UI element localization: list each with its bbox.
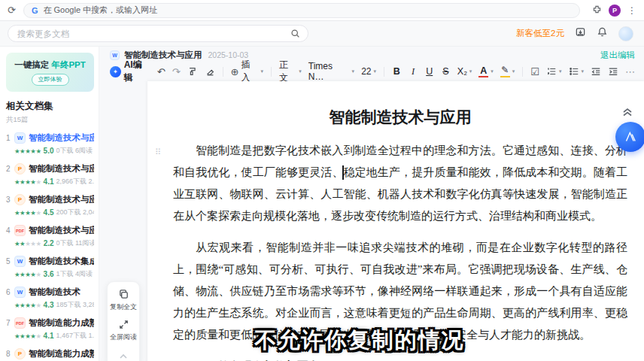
fullscreen-read-button[interactable]: 全屏阅读: [110, 319, 137, 342]
user-avatar[interactable]: [618, 26, 633, 41]
ai-assistant-button[interactable]: [615, 122, 644, 152]
banner-try-button[interactable]: 立即体验: [32, 74, 69, 86]
fullscreen-read-label: 全屏阅读: [110, 332, 137, 342]
copy-all-button[interactable]: 复制全文: [110, 289, 137, 312]
font-family-value: Times N…: [308, 61, 350, 82]
chevron-down-icon: ▾: [559, 68, 562, 74]
section-heading[interactable]: 一、核心观念与构架要点: [173, 356, 627, 361]
chevron-down-icon: ▾: [260, 68, 263, 74]
collapse-up-icon[interactable]: [621, 107, 633, 120]
ppt-doc-icon: P: [14, 163, 26, 174]
browser-profile-avatar[interactable]: P: [609, 5, 621, 17]
paragraph-style-value: 正文: [279, 59, 296, 84]
chevron-down-icon: ▾: [512, 68, 515, 74]
ai-edit-label: AI编辑: [124, 59, 150, 84]
browser-menu-icon[interactable]: ⋮: [627, 5, 636, 16]
undo-icon[interactable]: ↶: [157, 67, 166, 77]
doc-stats: 185下载 3,284阅读: [56, 300, 94, 310]
list-item[interactable]: 6 W 智能制造技术 ★★★★★ 4.3 185下载 3,284阅读: [6, 287, 94, 310]
item-index: 2: [6, 165, 11, 173]
related-docs-count: 共15篇: [6, 115, 94, 125]
doc-header: W 智能制造技术与应用 2025-10-03 退出编辑: [99, 47, 644, 62]
redo-icon[interactable]: ↷: [172, 67, 181, 77]
highlighter-icon: ✎: [500, 65, 510, 77]
exit-edit-button[interactable]: 退出编辑: [600, 50, 635, 61]
doc-title-link[interactable]: 智能制造能力成熟度…: [29, 348, 94, 359]
font-size-select[interactable]: 22 ▾: [361, 66, 376, 77]
downloads-icon[interactable]: [575, 26, 586, 41]
list-item[interactable]: 4 PDF 智能制造技术与应用 ★★★★★ 2.2 0下载 11阅读: [6, 225, 94, 248]
star-rating: ★★★★★: [14, 209, 41, 217]
search-input[interactable]: [17, 29, 285, 38]
doc-title-link[interactable]: 智能制造技术: [29, 287, 80, 298]
promo-link[interactable]: 新客低至2元: [516, 28, 564, 39]
bell-icon[interactable]: [597, 26, 608, 41]
rating-value: 4.5: [44, 208, 54, 217]
promo-banner[interactable]: 一键搞定 年终PPT 立即体验: [6, 53, 94, 92]
doc-title-link[interactable]: 智能制造技术与应用: [29, 194, 94, 205]
divider: [384, 67, 384, 77]
document-page[interactable]: ⠿ 智能制造技术与应用 智能制造是把数字化技术嵌入到制造全过程中的理念和方法。它…: [147, 81, 644, 361]
list-item[interactable]: 7 PDF 智能制造能力成熟度… ★★★★★ 4.1 1,467下载 1.29W…: [6, 317, 94, 341]
doc-stats: 1下载 4阅读: [56, 269, 93, 279]
doc-title-link[interactable]: 智能制造能力成熟度…: [29, 317, 94, 329]
doc-title-link[interactable]: 智能制造技术与应用: [29, 132, 94, 144]
paragraph[interactable]: 智能制造是把数字化技术嵌入到制造全过程中的理念和方法。它通过感知、连接、分析和自…: [173, 140, 627, 227]
ordered-list-menu[interactable]: ▾: [546, 66, 562, 77]
item-index: 6: [6, 288, 11, 296]
clear-format-icon[interactable]: [205, 66, 215, 77]
insert-menu[interactable]: ⊕ 插入 ▾: [231, 59, 263, 84]
task-list-icon[interactable]: ☑: [530, 67, 539, 77]
subscript-menu[interactable]: X₂ ▾: [457, 66, 472, 77]
list-item[interactable]: 3 P 智能制造技术与应用 ★★★★★ 4.5 200下载 2,045阅读: [6, 194, 94, 217]
chevron-down-icon: ▾: [299, 68, 302, 74]
collapse-panel-icon[interactable]: [119, 349, 128, 361]
list-item[interactable]: 2 P 智能制造技术与应用 ★★★★★ 4.1 2,966下载 2.03W阅读: [6, 163, 94, 187]
copy-icon: [118, 289, 129, 300]
list-item[interactable]: 8 P 智能制造能力成熟度… ★★★★★ 4.4 179下载 1,394阅读: [6, 348, 94, 361]
list-item[interactable]: 1 W 智能制造技术与应用 ★★★★★ 5.0 0下载 6阅读: [6, 132, 94, 156]
subscript-label: X₂: [457, 66, 467, 77]
ai-edit-button[interactable]: ✦ AI编辑: [110, 59, 150, 84]
reload-icon[interactable]: ⟳: [8, 5, 16, 15]
more-options-icon[interactable]: ⋯: [625, 67, 635, 77]
bullet-list-menu[interactable]: ▾: [569, 66, 585, 77]
chevron-down-icon: ▾: [491, 68, 494, 74]
item-index: 5: [6, 257, 11, 265]
related-docs-title: 相关文档集: [6, 100, 94, 113]
doc-title-link[interactable]: 智能制造技术与应用: [29, 163, 94, 174]
doc-stats: 0下载 6阅读: [56, 146, 93, 156]
bold-button[interactable]: B: [392, 66, 402, 77]
document-title: 智能制造技术与应用: [173, 107, 627, 128]
outdent-icon[interactable]: [591, 66, 601, 77]
address-bar[interactable]: G 在 Google 中搜索，或输入网址: [23, 3, 580, 18]
paragraph-style-select[interactable]: 正文 ▾: [279, 59, 302, 84]
strikethrough-button[interactable]: S: [441, 66, 451, 77]
list-item[interactable]: 5 W 智能制造技术集成与… ★★★★★ 3.6 1下载 4阅读: [6, 256, 94, 279]
doc-stats: 1,467下载 1.29W阅读: [56, 331, 94, 341]
star-rating: ★★★★★: [14, 178, 41, 186]
screen: ⟳ G 在 Google 中搜索，或输入网址 P ⋮ 新客低至2元: [0, 0, 644, 361]
drag-handle-icon[interactable]: ⠿: [155, 147, 161, 157]
extensions-icon[interactable]: [592, 4, 602, 17]
text-cursor: [342, 165, 344, 180]
search-box[interactable]: [8, 25, 308, 42]
ordered-list-icon: [546, 66, 557, 77]
font-family-select[interactable]: Times N… ▾: [308, 61, 354, 82]
ai-icon: ✦: [110, 66, 121, 77]
bullet-list-icon: [569, 66, 579, 77]
underline-button[interactable]: U: [424, 66, 434, 77]
format-painter-icon[interactable]: [187, 66, 198, 77]
divider: [223, 67, 223, 77]
google-icon: G: [32, 6, 38, 15]
doc-title-link[interactable]: 智能制造技术与应用: [29, 225, 94, 236]
doc-title-link[interactable]: 智能制造技术集成与…: [29, 256, 94, 267]
italic-button[interactable]: I: [409, 66, 418, 77]
rating-value: 4.3: [44, 301, 54, 309]
item-index: 8: [6, 350, 11, 358]
indent-icon[interactable]: [608, 66, 618, 77]
font-color-menu[interactable]: A ▾: [478, 65, 494, 77]
search-icon[interactable]: [290, 29, 300, 38]
star-rating: ★★★★★: [14, 302, 41, 309]
highlight-menu[interactable]: ✎ ▾: [500, 65, 515, 77]
